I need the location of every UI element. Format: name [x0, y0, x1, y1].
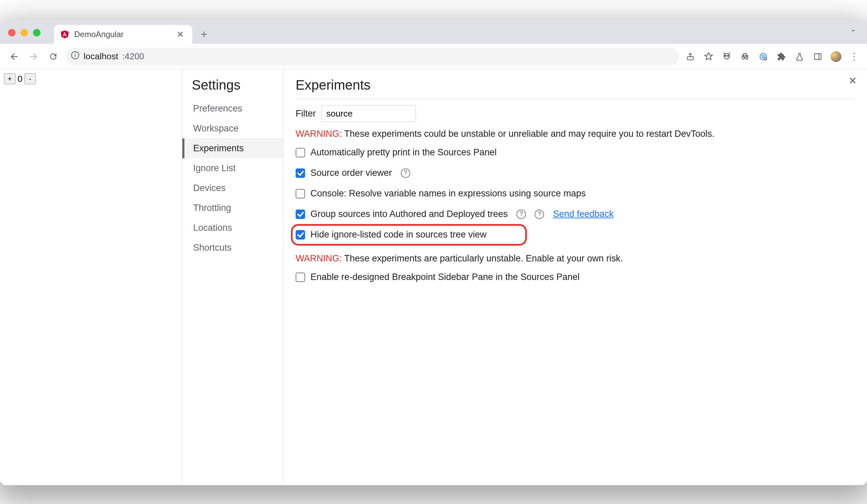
filter-input[interactable] [321, 105, 416, 122]
filter-row: Filter [296, 105, 855, 122]
page-viewport: + 0 - [0, 69, 182, 485]
tab-strip: DemoAngular ✕ ＋ [0, 20, 867, 44]
side-panel-icon[interactable] [812, 51, 823, 62]
settings-main: Experiments Filter WARNING: These experi… [283, 69, 867, 485]
angular-favicon-icon [60, 30, 69, 39]
settings-nav-experiments[interactable]: Experiments [182, 139, 283, 158]
counter-decrement-button[interactable]: - [24, 74, 36, 84]
warning-prefix: WARNING: [296, 253, 342, 263]
experiments-list-unstable: Enable re-designed Breakpoint Sidebar Pa… [296, 272, 855, 282]
svg-rect-2 [75, 53, 75, 54]
counter-increment-button[interactable]: + [4, 74, 15, 84]
new-tab-button[interactable]: ＋ [196, 26, 212, 42]
extension-target-icon[interactable] [758, 51, 769, 62]
experiment-label: Automatically pretty print in the Source… [310, 147, 496, 158]
experiment-label: Source order viewer [310, 168, 392, 178]
warning-line-1: WARNING: These experiments could be unst… [296, 129, 855, 139]
svg-point-11 [764, 58, 767, 60]
svg-rect-1 [75, 55, 75, 57]
experiment-label: Console: Resolve variable names in expre… [310, 188, 586, 199]
experiment-row: Console: Resolve variable names in expre… [296, 188, 855, 199]
svg-point-8 [745, 57, 748, 59]
experiment-label: Group sources into Authored and Deployed… [310, 209, 508, 219]
settings-nav-locations[interactable]: Locations [192, 218, 283, 238]
profile-avatar[interactable] [831, 51, 842, 62]
experiment-checkbox[interactable] [296, 230, 305, 240]
share-icon[interactable] [685, 51, 696, 62]
site-info-icon[interactable] [71, 51, 79, 62]
svg-rect-12 [814, 54, 821, 59]
svg-point-6 [727, 55, 729, 56]
settings-nav-devices[interactable]: Devices [192, 178, 283, 198]
warning-text: These experiments could be unstable or u… [342, 129, 715, 139]
devtools-settings-panel: ✕ Settings PreferencesWorkspaceExperimen… [182, 69, 867, 485]
counter-widget: + 0 - [4, 74, 36, 84]
experiment-checkbox[interactable] [296, 189, 305, 198]
experiment-checkbox[interactable] [296, 168, 305, 178]
tab-close-button[interactable]: ✕ [175, 28, 186, 41]
bookmark-star-icon[interactable] [703, 51, 714, 62]
forward-button[interactable] [27, 50, 41, 63]
url-host: localhost [84, 51, 118, 62]
toolbar-actions: ⋮ [685, 51, 859, 62]
settings-title: Settings [192, 77, 283, 92]
experiment-row: Source order viewer? [296, 168, 855, 178]
url-port: :4200 [122, 51, 144, 62]
experiment-checkbox[interactable] [296, 148, 305, 157]
help-icon[interactable]: ? [401, 168, 410, 178]
filter-label: Filter [296, 109, 316, 119]
experiment-label: Enable re-designed Breakpoint Sidebar Pa… [310, 272, 580, 282]
experiment-row: Automatically pretty print in the Source… [296, 147, 855, 158]
browser-tab[interactable]: DemoAngular ✕ [54, 25, 192, 44]
settings-nav-throttling[interactable]: Throttling [192, 198, 283, 218]
experiment-row: Group sources into Authored and Deployed… [296, 209, 855, 219]
browser-menu-button[interactable]: ⋮ [849, 51, 859, 62]
experiment-checkbox[interactable] [296, 210, 305, 219]
warning-text: These experiments are particularly unsta… [342, 253, 623, 263]
extension-flask-icon[interactable] [794, 51, 805, 62]
window-minimize-button[interactable] [21, 29, 28, 36]
settings-sidebar: Settings PreferencesWorkspaceExperiments… [182, 69, 283, 485]
svg-point-5 [725, 55, 726, 56]
warning-line-2: WARNING: These experiments are particula… [296, 253, 855, 264]
svg-point-10 [762, 55, 764, 58]
settings-nav: PreferencesWorkspaceExperimentsIgnore Li… [192, 99, 283, 258]
extension-alien-icon[interactable] [721, 51, 732, 62]
settings-nav-preferences[interactable]: Preferences [192, 99, 283, 119]
back-button[interactable] [8, 50, 21, 63]
experiments-heading: Experiments [296, 77, 855, 92]
browser-window: DemoAngular ✕ ＋ localhost:4200 [0, 20, 867, 485]
extension-incognito-icon[interactable] [740, 51, 750, 62]
window-zoom-button[interactable] [33, 29, 41, 36]
extensions-puzzle-icon[interactable] [776, 51, 787, 62]
browser-toolbar: localhost:4200 ⋮ [0, 44, 867, 69]
divider [296, 99, 855, 99]
settings-nav-shortcuts[interactable]: Shortcuts [192, 238, 283, 258]
experiment-row: Hide ignore-listed code in sources tree … [296, 229, 855, 240]
tabs-dropdown-button[interactable] [845, 24, 861, 39]
counter-value: 0 [17, 74, 23, 84]
tab-title: DemoAngular [74, 30, 170, 39]
reload-button[interactable] [46, 50, 60, 63]
content-area: + 0 - ✕ Settings PreferencesWorkspaceExp… [0, 69, 867, 485]
experiment-label: Hide ignore-listed code in sources tree … [310, 229, 486, 240]
warning-prefix: WARNING: [296, 129, 342, 139]
window-controls [8, 29, 41, 36]
experiments-list: Automatically pretty print in the Source… [296, 147, 855, 240]
experiment-row: Enable re-designed Breakpoint Sidebar Pa… [296, 272, 855, 282]
window-close-button[interactable] [8, 29, 15, 36]
close-settings-button[interactable]: ✕ [845, 73, 860, 89]
address-bar[interactable]: localhost:4200 [66, 48, 679, 65]
experiment-checkbox[interactable] [296, 273, 305, 282]
send-feedback-link[interactable]: Send feedback [553, 209, 613, 219]
help-icon[interactable]: ? [535, 210, 544, 219]
help-icon[interactable]: ? [516, 210, 526, 219]
settings-nav-ignore-list[interactable]: Ignore List [192, 158, 283, 178]
svg-point-7 [742, 57, 745, 59]
settings-nav-workspace[interactable]: Workspace [192, 119, 283, 139]
